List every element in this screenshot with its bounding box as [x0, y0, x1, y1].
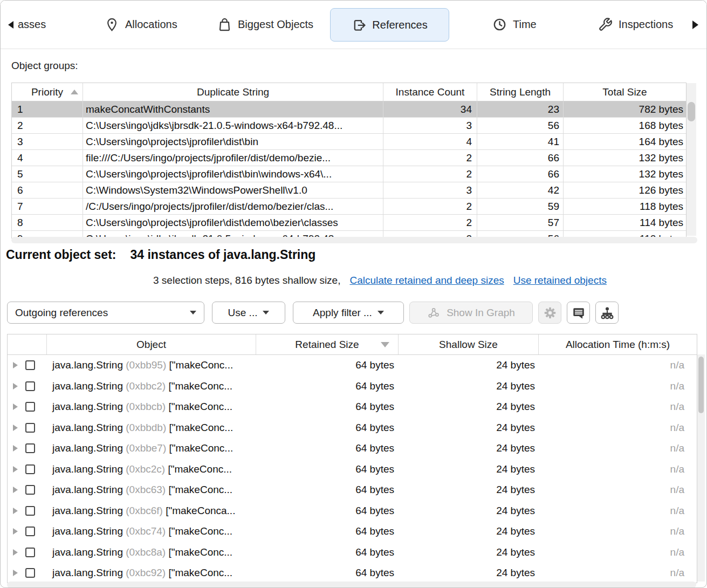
comment-bubble-icon — [572, 306, 586, 320]
chevron-down-icon — [190, 311, 196, 314]
tab-classes[interactable]: asses — [18, 1, 46, 49]
references-vertical-scrollbar[interactable] — [697, 354, 705, 582]
object-groups-horizontal-scrollbar[interactable] — [11, 237, 697, 243]
column-header-allocation-time[interactable]: Allocation Time (h:m:s) — [539, 334, 697, 354]
reference-row[interactable]: java.lang.String (0xbc63) ["makeConc...6… — [8, 480, 697, 501]
column-header-total-size[interactable]: Total Size — [564, 83, 686, 101]
object-group-row[interactable]: 1makeConcatWithConstants3423782 bytes — [12, 101, 686, 118]
row-controls — [8, 506, 47, 516]
tab-scroll-right-button[interactable] — [692, 1, 698, 49]
expand-arrow-icon[interactable] — [13, 362, 18, 368]
scrollbar-thumb[interactable] — [698, 357, 704, 413]
object-id: (0xbbdb) — [126, 422, 166, 433]
row-controls — [8, 527, 47, 536]
expand-arrow-icon[interactable] — [13, 466, 18, 473]
total-size-cell: 782 bytes — [564, 101, 686, 117]
chevron-right-icon — [692, 20, 698, 29]
expand-arrow-icon[interactable] — [13, 508, 18, 514]
show-in-graph-button[interactable]: Show In Graph — [409, 302, 533, 324]
retained-size-cell: 64 bytes — [256, 380, 399, 392]
expand-arrow-icon[interactable] — [13, 383, 18, 389]
shallow-size-cell: 24 bytes — [399, 422, 539, 434]
reference-row[interactable]: java.lang.String (0xbbc2) ["makeConc...6… — [8, 376, 697, 397]
string-length-cell: 57 — [477, 215, 564, 230]
row-checkbox[interactable] — [25, 485, 35, 495]
use-button[interactable]: Use ... — [212, 302, 285, 324]
row-checkbox[interactable] — [25, 443, 35, 453]
object-class: java.lang.String — [52, 359, 126, 371]
object-value: ["makeConc... — [166, 380, 232, 392]
scrollbar-thumb[interactable] — [688, 102, 695, 121]
instance-count-cell: 2 — [383, 166, 477, 182]
expand-arrow-icon[interactable] — [13, 570, 18, 576]
expand-arrow-icon[interactable] — [13, 549, 18, 556]
reference-row[interactable]: java.lang.String (0xbc8a) ["makeConc...6… — [8, 542, 697, 563]
tab-allocations[interactable]: Allocations — [105, 1, 177, 49]
string-length-cell: 66 — [477, 150, 564, 166]
settings-button[interactable] — [538, 302, 561, 324]
row-checkbox[interactable] — [25, 381, 35, 391]
object-groups-label: Object groups: — [11, 60, 78, 72]
column-header-instance-count[interactable]: Instance Count — [383, 83, 477, 101]
expand-arrow-icon[interactable] — [13, 528, 18, 535]
tab-label: Inspections — [619, 18, 673, 31]
shallow-size-cell: 24 bytes — [399, 442, 539, 454]
object-group-row[interactable]: 7/C:/Users/ingo/projects/jprofiler/dist/… — [12, 199, 686, 215]
row-controls — [8, 464, 47, 474]
object-group-row[interactable]: 2C:\Users\ingo\jdks\jbrsdk-21.0.5-window… — [12, 118, 686, 134]
selection-steps-text: 3 selection steps, 816 bytes shallow siz… — [153, 275, 340, 286]
reference-row[interactable]: java.lang.String (0xbc92) ["makeConc...6… — [8, 563, 697, 583]
reference-row[interactable]: java.lang.String (0xbc6f) ["makeConca...… — [8, 501, 697, 522]
row-checkbox[interactable] — [25, 506, 35, 516]
column-header-duplicate-string[interactable]: Duplicate String — [83, 83, 383, 101]
row-checkbox[interactable] — [25, 548, 35, 557]
reference-row[interactable]: java.lang.String (0xbc74) ["makeConc...6… — [8, 521, 697, 542]
expand-arrow-icon[interactable] — [13, 404, 18, 410]
column-header-priority[interactable]: Priority — [12, 83, 83, 101]
current-object-set-label: Current object set: — [6, 248, 116, 262]
tree-view-button[interactable] — [595, 302, 619, 324]
tab-inspections[interactable]: Inspections — [598, 1, 673, 49]
row-checkbox[interactable] — [25, 464, 35, 474]
use-retained-objects-link[interactable]: Use retained objects — [513, 275, 607, 286]
object-group-row[interactable]: 8C:\Users\ingo\projects\jprofiler\dist\d… — [12, 215, 686, 231]
string-length-cell: 66 — [477, 166, 564, 182]
row-checkbox[interactable] — [25, 423, 35, 433]
column-header-object[interactable]: Object — [47, 334, 256, 354]
row-checkbox[interactable] — [25, 360, 35, 370]
object-group-row[interactable]: 5C:\Users\ingo\projects\jprofiler\dist\b… — [12, 166, 686, 182]
expand-arrow-icon[interactable] — [13, 487, 18, 493]
row-checkbox[interactable] — [25, 568, 35, 578]
object-groups-vertical-scrollbar[interactable] — [687, 83, 696, 236]
calculate-retained-sizes-link[interactable]: Calculate retained and deep sizes — [349, 275, 504, 286]
row-checkbox[interactable] — [25, 527, 35, 536]
object-groups-rows: 1makeConcatWithConstants3423782 bytes2C:… — [12, 101, 686, 238]
duplicate-string-cell: C:\Users\ingo\projects\jprofiler\dist\bi… — [83, 134, 383, 149]
tab-biggest-objects[interactable]: Biggest Objects — [217, 1, 313, 49]
total-size-cell: 132 bytes — [564, 166, 686, 182]
reference-row[interactable]: java.lang.String (0xbbdb) ["makeConc...6… — [8, 418, 697, 439]
tab-references-selected[interactable]: References — [330, 8, 449, 42]
expand-arrow-icon[interactable] — [13, 425, 18, 431]
column-header-shallow-size[interactable]: Shallow Size — [399, 334, 539, 354]
object-group-row[interactable]: 6C:\Windows\System32\WindowsPowerShell\v… — [12, 182, 686, 199]
expand-arrow-icon[interactable] — [13, 445, 18, 452]
tab-scroll-left-button[interactable] — [8, 1, 13, 49]
reference-row[interactable]: java.lang.String (0xbc2c) ["makeConc...6… — [8, 459, 697, 480]
object-group-row[interactable]: 4file:///C:/Users/ingo/projects/jprofile… — [12, 150, 686, 166]
comment-button[interactable] — [567, 302, 590, 324]
reference-row[interactable]: java.lang.String (0xbb95) ["makeConc...6… — [8, 355, 697, 376]
column-header-string-length[interactable]: String Length — [477, 83, 564, 101]
column-header-retained-size[interactable]: Retained Size — [256, 334, 399, 354]
object-group-row[interactable]: 3C:\Users\ingo\projects\jprofiler\dist\b… — [12, 134, 686, 150]
row-controls — [8, 548, 47, 557]
column-header-empty[interactable] — [8, 334, 47, 354]
reference-view-selector[interactable]: Outgoing references — [7, 302, 204, 324]
tab-time[interactable]: Time — [492, 1, 537, 49]
object-groups-table: Priority Duplicate String Instance Count… — [11, 83, 687, 238]
apply-filter-button[interactable]: Apply filter ... — [293, 302, 404, 324]
reference-row[interactable]: java.lang.String (0xbbe7) ["makeConc...6… — [8, 438, 697, 459]
reference-row[interactable]: java.lang.String (0xbbcb) ["makeConc...6… — [8, 396, 697, 418]
row-checkbox[interactable] — [25, 402, 35, 412]
references-horizontal-scrollbar[interactable] — [7, 582, 696, 588]
